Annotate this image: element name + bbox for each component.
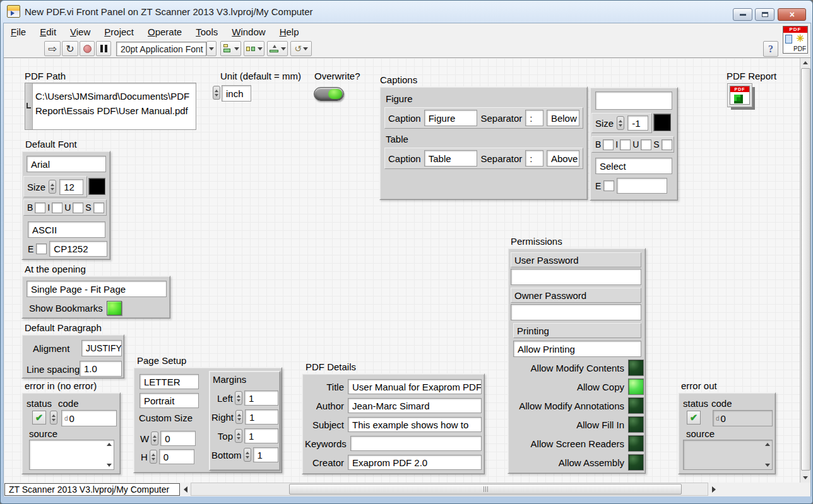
italic-checkbox[interactable]	[620, 139, 631, 150]
width-input[interactable]: 0	[160, 431, 196, 446]
allow-screen-readers-led[interactable]	[628, 435, 644, 452]
height-input[interactable]: 0	[159, 449, 194, 464]
default-font-size-input[interactable]: 12	[59, 179, 83, 195]
italic-checkbox[interactable]	[52, 202, 62, 213]
abort-button[interactable]	[80, 41, 95, 56]
vertical-scrollbar[interactable]	[800, 58, 810, 483]
allow-modify-annotations-led[interactable]	[628, 397, 644, 414]
figure-separator-input[interactable]: :	[525, 110, 543, 126]
path-scrollbar[interactable]	[25, 83, 33, 129]
bold-checkbox[interactable]	[603, 139, 614, 150]
underline-checkbox[interactable]	[73, 202, 83, 213]
menu-operate[interactable]: Operate	[141, 25, 189, 38]
creator-input[interactable]: Exaprom PDF 2.0	[348, 455, 482, 470]
caption-font-size-input[interactable]: -1	[627, 115, 648, 131]
caption-font-color-box[interactable]	[653, 114, 671, 131]
menu-view[interactable]: View	[63, 25, 97, 38]
opening-view-ring[interactable]: Single Page - Fit Page	[27, 281, 167, 297]
default-font-encoding-ring[interactable]: ASCII	[28, 221, 105, 238]
printing-ring[interactable]: Allow Printing	[513, 341, 641, 357]
owner-password-input[interactable]	[511, 304, 641, 320]
allow-fill-in-led[interactable]	[628, 416, 644, 433]
default-font-color-box[interactable]	[88, 178, 105, 195]
run-continuous-button[interactable]: ↻	[62, 41, 78, 56]
pause-button[interactable]	[96, 41, 111, 56]
scroll-down-icon[interactable]	[765, 464, 770, 467]
default-font-name-input[interactable]: Arial	[27, 156, 106, 172]
error-in-source-input[interactable]	[29, 440, 114, 470]
encoding-checkbox[interactable]	[36, 243, 47, 254]
margin-bottom-spinner[interactable]	[244, 448, 251, 462]
margin-top-spinner[interactable]	[235, 429, 242, 443]
margin-left-input[interactable]: 1	[244, 390, 278, 406]
menu-help[interactable]: Help	[273, 25, 306, 38]
menu-file[interactable]: File	[4, 25, 33, 38]
maximize-button[interactable]	[755, 8, 774, 21]
menu-project[interactable]: Project	[97, 25, 141, 38]
menu-edit[interactable]: Edit	[33, 25, 63, 38]
scroll-up-icon[interactable]	[765, 443, 770, 446]
scroll-right-icon[interactable]	[712, 486, 716, 493]
margin-right-spinner[interactable]	[235, 410, 243, 424]
allow-assembly-led[interactable]	[628, 454, 644, 471]
margin-top-input[interactable]: 1	[244, 428, 278, 443]
align-objects-button[interactable]	[220, 41, 241, 56]
title-input[interactable]: User Manual for Exaprom PDF	[348, 379, 482, 394]
default-font-size-spinner[interactable]	[49, 180, 56, 194]
unit-spinner[interactable]	[213, 86, 220, 100]
allow-modify-contents-led[interactable]	[628, 360, 644, 376]
titlebar[interactable]: New PDF.vi Front Panel on ZT Scanner 201…	[1, 1, 812, 23]
user-password-input[interactable]	[511, 269, 641, 285]
vertical-scrollbar-thumb[interactable]	[801, 68, 810, 471]
default-font-codepage-input[interactable]: CP1252	[49, 241, 107, 257]
width-spinner[interactable]	[151, 431, 158, 445]
line-spacing-input[interactable]: 1.0	[80, 361, 122, 377]
scroll-up-icon[interactable]	[107, 443, 112, 446]
vi-icon[interactable]: PDF ✳ PDF	[783, 26, 808, 54]
paper-size-ring[interactable]: LETTER	[139, 374, 199, 389]
caption-font-name-input[interactable]	[595, 91, 672, 110]
alignment-ring[interactable]: JUSTIFY	[81, 340, 122, 356]
margin-right-input[interactable]: 1	[245, 409, 278, 425]
margin-bottom-input[interactable]: 1	[253, 447, 278, 462]
subject-input[interactable]: This example shows how to	[348, 417, 482, 432]
menu-window[interactable]: Window	[225, 25, 272, 38]
bold-checkbox[interactable]	[35, 202, 45, 213]
pdf-path-control[interactable]: C:\Users\JMSimard\Documents\PDF Report\E…	[25, 83, 196, 130]
font-selector[interactable]: 20pt Application Font	[116, 42, 206, 56]
error-in-status-button[interactable]: ✔	[32, 411, 46, 425]
minimize-button[interactable]	[733, 8, 752, 21]
horizontal-scrollbar[interactable]	[191, 483, 708, 496]
strikeout-checkbox[interactable]	[662, 139, 672, 150]
distribute-objects-button[interactable]	[244, 41, 264, 56]
scroll-left-icon[interactable]	[184, 486, 187, 493]
resize-objects-button[interactable]	[267, 41, 288, 56]
author-input[interactable]: Jean-Marc Simard	[348, 398, 482, 413]
encoding-checkbox[interactable]	[603, 180, 614, 191]
unit-ring[interactable]: inch	[222, 85, 251, 102]
orientation-ring[interactable]: Portrait	[139, 393, 199, 408]
margin-left-spinner[interactable]	[235, 391, 242, 405]
context-help-button[interactable]: ?	[763, 41, 778, 57]
strikeout-checkbox[interactable]	[93, 202, 104, 213]
height-spinner[interactable]	[150, 450, 157, 464]
run-button[interactable]: ⇨	[44, 41, 61, 56]
caption-font-codepage-input[interactable]	[617, 178, 667, 194]
overwrite-switch[interactable]	[314, 87, 344, 101]
table-position-ring[interactable]: Above	[547, 150, 579, 167]
caption-font-select-ring[interactable]: Select	[595, 158, 672, 174]
figure-position-ring[interactable]: Below	[547, 110, 579, 126]
font-selector-dropdown[interactable]	[206, 41, 217, 56]
allow-copy-led[interactable]	[628, 378, 644, 395]
table-caption-input[interactable]: Table	[424, 150, 478, 167]
pdf-path-value[interactable]: C:\Users\JMSimard\Documents\PDF Report\E…	[33, 83, 192, 129]
underline-checkbox[interactable]	[641, 139, 651, 150]
error-in-code-spinner[interactable]	[50, 411, 57, 425]
horizontal-scrollbar-thumb[interactable]	[289, 484, 682, 495]
table-separator-input[interactable]: :	[525, 150, 543, 167]
scroll-down-icon[interactable]	[803, 476, 808, 479]
error-in-code-input[interactable]: d 0	[61, 410, 117, 426]
scroll-down-icon[interactable]	[107, 464, 112, 467]
close-button[interactable]: ×	[778, 8, 806, 21]
caption-font-size-spinner[interactable]	[617, 116, 624, 130]
